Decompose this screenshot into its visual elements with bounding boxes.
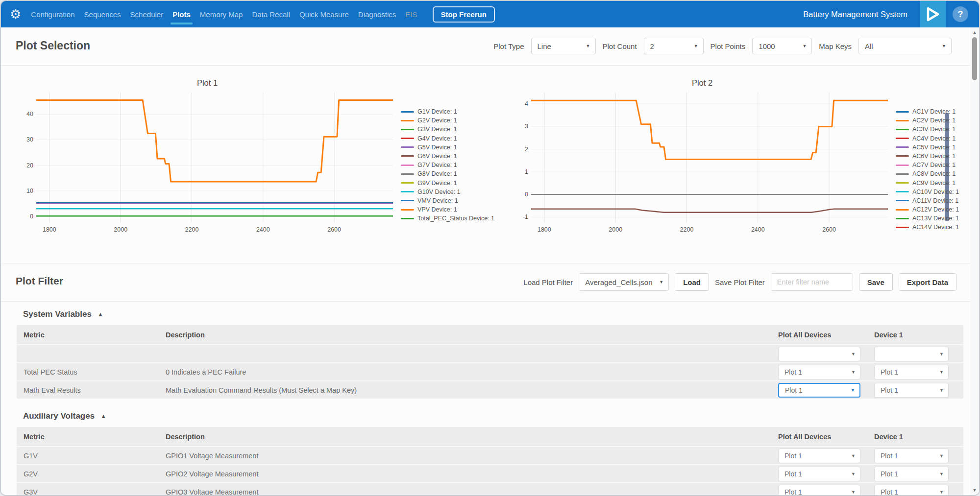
gear-icon[interactable]: ⚙ [10,8,21,21]
device1-select[interactable]: Plot 1▼ [874,485,949,496]
legend-item[interactable]: G2V Device: 1 [401,117,494,124]
legend-item[interactable]: AC4V Device: 1 [896,135,959,142]
legend-item[interactable]: G7V Device: 1 [401,162,494,168]
select-plot-points[interactable]: 1000▼ [752,38,812,54]
plot-canvas-2[interactable]: -10123418002000220024002600 [514,89,891,236]
legend-item[interactable]: G4V Device: 1 [401,135,494,142]
svg-text:2200: 2200 [680,226,694,233]
device1-select[interactable]: Plot 1▼ [874,383,949,398]
legend-item[interactable]: AC7V Device: 1 [896,162,959,168]
legend-label: G9V Device: 1 [417,180,457,187]
plot-all-devices-select[interactable]: Plot 1▼ [778,449,860,463]
legend-item[interactable]: AC13V Device: 1 [896,215,959,222]
nav-item-memory-map[interactable]: Memory Map [199,1,244,27]
scrollbar-down-icon[interactable]: ▼ [973,486,977,495]
dropdown-cell: Plot 1▼ [778,383,874,398]
device1-select[interactable]: Plot 1▼ [874,449,949,463]
nav-item-sequences[interactable]: Sequences [83,1,122,27]
nav-item-data-recall[interactable]: Data Recall [251,1,291,27]
legend-label: Total_PEC_Status Device: 1 [417,215,494,222]
legend-item[interactable]: AC3V Device: 1 [896,126,959,133]
legend-item[interactable]: VPV Device: 1 [401,206,494,213]
legend-swatch-icon [896,218,909,219]
plot-all-devices-select[interactable]: Plot 1▼ [778,365,860,379]
legend-item[interactable]: AC1V Device: 1 [896,108,959,115]
dropdown-cell: Plot 1▼ [778,365,874,379]
load-plot-filter-label: Load Plot Filter [523,278,573,286]
chevron-down-icon: ▼ [939,388,944,393]
legend-item[interactable]: G6V Device: 1 [401,153,494,160]
load-filter-select[interactable]: Averaged_Cells.json ▼ [579,273,669,291]
legend-swatch-icon [896,182,909,184]
plot-all-devices-select[interactable]: Plot 1▼ [778,467,860,481]
select-plot-count[interactable]: 2▼ [644,38,704,54]
table-header-row: MetricDescriptionPlot All DevicesDevice … [17,427,963,446]
legend-item[interactable]: Total_PEC_Status Device: 1 [401,215,494,222]
select-value: All [865,42,873,50]
nav-item-configuration[interactable]: Configuration [30,1,75,27]
export-data-button[interactable]: Export Data [899,273,956,291]
select-map-keys[interactable]: All▼ [858,38,952,54]
legend-swatch-icon [401,138,414,139]
legend-swatch-icon [401,165,414,166]
nav-item-eis[interactable]: EIS [404,1,418,27]
help-button[interactable]: ? [953,6,968,22]
legend-item[interactable]: AC8V Device: 1 [896,170,959,177]
scrollbar-thumb[interactable] [972,37,977,80]
legend-item[interactable]: G5V Device: 1 [401,144,494,151]
chevron-down-icon: ▼ [851,472,856,476]
metric-cell: Total PEC Status [24,368,166,376]
save-button[interactable]: Save [859,273,893,291]
stop-freerun-button[interactable]: Stop Freerun [433,6,495,23]
legend-swatch-icon [896,146,909,148]
legend-swatch-icon [896,120,909,121]
nav-item-scheduler[interactable]: Scheduler [129,1,165,27]
legend-item[interactable]: AC10V Device: 1 [896,189,959,195]
plot-canvas-1[interactable]: 01020304018002000220024002600 [19,89,396,236]
legend-item[interactable]: AC14V Device: 1 [896,224,959,231]
legend-item[interactable]: G10V Device: 1 [401,189,494,195]
legend-item[interactable]: G9V Device: 1 [401,180,494,187]
app-window: ⚙ ConfigurationSequencesSchedulerPlotsMe… [0,0,980,496]
plot-all-devices-select[interactable]: Plot 1▼ [778,485,860,496]
legend-item[interactable]: AC2V Device: 1 [896,117,959,124]
vertical-scrollbar[interactable]: ▲ ▼ [970,27,979,495]
legend-item[interactable]: AC5V Device: 1 [896,144,959,151]
svg-text:30: 30 [26,136,33,143]
description-cell: 0 Indicates a PEC Failure [166,368,778,376]
legend-item[interactable]: G3V Device: 1 [401,126,494,133]
chevron-down-icon: ▼ [851,388,855,393]
legend-item[interactable]: AC11V Device: 1 [896,197,959,204]
legend-swatch-icon [896,165,909,166]
filter-name-input[interactable] [771,273,853,291]
svg-text:10: 10 [26,188,33,194]
select-plot-type[interactable]: Line▼ [531,38,596,54]
legend-label: AC8V Device: 1 [912,170,956,177]
run-button[interactable] [920,1,946,27]
device1-select[interactable]: Plot 1▼ [874,467,949,481]
legend-item[interactable]: AC9V Device: 1 [896,180,959,187]
nav-item-diagnostics[interactable]: Diagnostics [357,1,397,27]
plot-all-devices-select[interactable]: ▼ [778,347,860,361]
legend-item[interactable]: AC12V Device: 1 [896,206,959,213]
device1-select[interactable]: Plot 1▼ [874,365,949,379]
chevron-down-icon: ▼ [939,352,944,356]
load-button[interactable]: Load [675,273,709,291]
plot-all-devices-select[interactable]: Plot 1▼ [778,383,860,398]
select-value: Plot 1 [881,470,898,478]
nav-item-plots[interactable]: Plots [172,1,192,27]
svg-text:2200: 2200 [185,226,199,233]
nav-item-quick-measure[interactable]: Quick Measure [298,1,350,27]
legend-item[interactable]: AC6V Device: 1 [896,153,959,160]
legend-item[interactable]: VMV Device: 1 [401,197,494,204]
collapse-icon[interactable]: ▲ [98,311,103,318]
legend-label: VMV Device: 1 [417,197,458,204]
collapse-icon[interactable]: ▲ [100,413,106,420]
device1-select[interactable]: ▼ [874,347,949,361]
scrollbar-up-icon[interactable]: ▲ [973,27,977,36]
legend-item[interactable]: G8V Device: 1 [401,170,494,177]
dropdown-cell: Plot 1▼ [778,449,874,463]
select-value: Plot 1 [881,452,898,460]
legend-label: AC7V Device: 1 [912,162,956,168]
legend-item[interactable]: G1V Device: 1 [401,108,494,115]
